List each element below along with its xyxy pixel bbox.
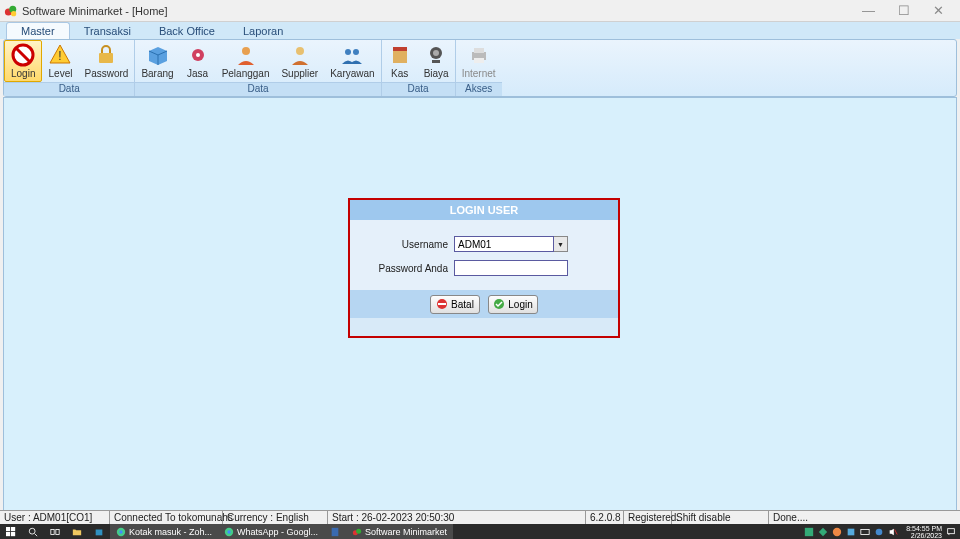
ribbon-level[interactable]: ! Level <box>42 40 78 82</box>
username-label: Username <box>362 239 454 250</box>
search-icon <box>28 527 38 537</box>
ribbon-group-data3: Kas Biaya Data <box>382 40 455 96</box>
login-button[interactable]: Login <box>488 295 538 314</box>
tab-backoffice[interactable]: Back Office <box>145 23 229 39</box>
tab-laporan[interactable]: Laporan <box>229 23 297 39</box>
chevron-down-icon[interactable]: ▼ <box>554 236 568 252</box>
svg-point-41 <box>833 527 841 535</box>
password-input[interactable] <box>454 260 568 276</box>
book-icon <box>388 43 412 67</box>
close-button[interactable]: ✕ <box>921 1 956 21</box>
svg-point-2 <box>11 11 16 16</box>
ribbon-password-label: Password <box>84 68 128 79</box>
ribbon-login[interactable]: Login <box>4 40 42 82</box>
store-icon <box>94 527 104 537</box>
status-bar: User : ADM01[CO1] Connected To tokomunah… <box>0 510 960 524</box>
ribbon-pelanggan[interactable]: Pelanggan <box>216 40 276 82</box>
titlebar: Software Minimarket - [Home] — ☐ ✕ <box>0 0 960 22</box>
tray-icon-6[interactable] <box>874 527 884 537</box>
svg-point-11 <box>345 49 351 55</box>
tray-icon-2[interactable] <box>818 527 828 537</box>
ribbon-password[interactable]: Password <box>78 40 134 82</box>
status-start: Start : 26-02-2023 20:50:30 <box>328 511 586 524</box>
username-input[interactable] <box>454 236 554 252</box>
cancel-icon <box>436 298 448 310</box>
svg-rect-46 <box>948 528 955 533</box>
ribbon-biaya[interactable]: Biaya <box>418 40 455 82</box>
ribbon-karyawan[interactable]: Karyawan <box>324 40 380 82</box>
taskbar-app-label: Software Minimarket <box>365 527 447 537</box>
windows-icon <box>6 527 16 537</box>
lock-icon <box>94 43 118 67</box>
username-combo[interactable]: ▼ <box>454 236 568 252</box>
password-label: Password Anda <box>362 263 454 274</box>
ribbon-jasa[interactable]: Jasa <box>180 40 216 82</box>
search-button[interactable] <box>22 524 44 539</box>
printer-icon <box>467 43 491 67</box>
taskbar-chrome1[interactable]: Kotak masuk - Zoh... <box>110 524 218 539</box>
ribbon: Login ! Level Password Data Barang Jasa <box>3 39 957 97</box>
ribbon-barang[interactable]: Barang <box>135 40 179 82</box>
no-entry-icon <box>11 43 35 67</box>
login-dialog-title: LOGIN USER <box>350 200 618 220</box>
ribbon-kas[interactable]: Kas <box>382 40 418 82</box>
tray-volume-icon[interactable] <box>888 527 898 537</box>
taskbar-clock[interactable]: 8:54:55 PM 2/26/2023 <box>902 525 942 539</box>
status-conn: Connected To tokomunahs <box>110 511 223 524</box>
group-label-2: Data <box>382 82 455 96</box>
tray-icon-5[interactable] <box>860 527 870 537</box>
status-user: User : ADM01[CO1] <box>0 511 110 524</box>
notification-icon[interactable] <box>946 527 956 537</box>
ribbon-internet[interactable]: Internet <box>456 40 502 82</box>
app-icon <box>4 4 18 18</box>
status-done: Done.... <box>769 511 960 524</box>
ribbon-group-data1: Login ! Level Password Data <box>4 40 134 96</box>
tray-icon-3[interactable] <box>832 527 842 537</box>
minimize-button[interactable]: — <box>851 1 886 21</box>
login-dialog-body: Username ▼ Password Anda <box>350 220 618 290</box>
tab-transaksi[interactable]: Transaksi <box>70 23 145 39</box>
tray-icon-1[interactable] <box>804 527 814 537</box>
tab-master[interactable]: Master <box>6 22 70 39</box>
maximize-button[interactable]: ☐ <box>886 1 921 21</box>
system-tray: 8:54:55 PM 2/26/2023 <box>804 525 960 539</box>
svg-point-10 <box>296 47 304 55</box>
taskview-icon <box>50 527 60 537</box>
store-button[interactable] <box>88 524 110 539</box>
webcam-icon <box>424 43 448 67</box>
svg-rect-25 <box>11 527 15 531</box>
start-button[interactable] <box>0 524 22 539</box>
taskbar-chrome2[interactable]: WhatsApp - Googl... <box>218 524 324 539</box>
svg-rect-6 <box>99 53 113 63</box>
ribbon-barang-label: Barang <box>141 68 173 79</box>
tray-icon-4[interactable] <box>846 527 856 537</box>
calc-icon <box>330 527 340 537</box>
ribbon-internet-label: Internet <box>462 68 496 79</box>
clock-time: 8:54:55 PM <box>906 525 942 532</box>
ribbon-group-data2: Barang Jasa Pelanggan Supplier Karyawan … <box>135 40 380 96</box>
ribbon-jasa-label: Jasa <box>187 68 208 79</box>
svg-rect-22 <box>438 303 446 305</box>
taskview-button[interactable] <box>44 524 66 539</box>
svg-text:!: ! <box>59 49 62 63</box>
taskbar-app[interactable]: Software Minimarket <box>346 524 453 539</box>
svg-rect-42 <box>848 528 855 535</box>
group-icon <box>340 43 364 67</box>
svg-point-8 <box>196 53 200 57</box>
cancel-button[interactable]: Batal <box>430 295 480 314</box>
chrome-icon <box>224 527 234 537</box>
folder-icon <box>72 527 82 537</box>
ribbon-karyawan-label: Karyawan <box>330 68 374 79</box>
taskbar-calc[interactable] <box>324 524 346 539</box>
explorer-button[interactable] <box>66 524 88 539</box>
svg-rect-14 <box>393 47 407 51</box>
svg-rect-43 <box>861 529 869 534</box>
supplier-icon <box>288 43 312 67</box>
ribbon-pelanggan-label: Pelanggan <box>222 68 270 79</box>
warning-icon: ! <box>48 43 72 67</box>
group-label-3: Akses <box>456 82 502 96</box>
svg-line-45 <box>895 529 898 534</box>
clock-date: 2/26/2023 <box>906 532 942 539</box>
svg-point-16 <box>433 50 439 56</box>
ribbon-supplier[interactable]: Supplier <box>275 40 324 82</box>
